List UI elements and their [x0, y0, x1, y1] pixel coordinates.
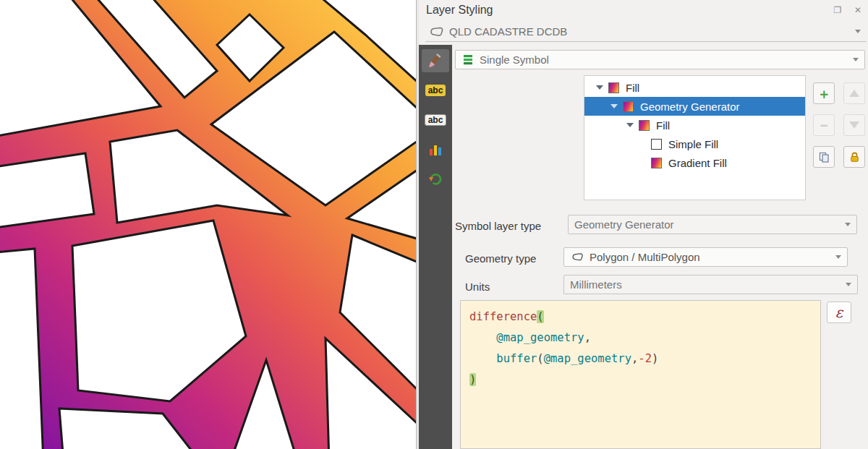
tree-item-label: Fill	[656, 119, 670, 132]
units-label: Units	[465, 281, 490, 293]
add-symbol-layer-button[interactable]: ＋	[813, 82, 835, 104]
units-value: Millimeters	[570, 278, 622, 291]
move-up-button[interactable]	[843, 82, 865, 104]
indent-token	[469, 331, 496, 344]
duplicate-symbol-layer-button[interactable]	[813, 146, 835, 168]
close-button[interactable]: ✕	[852, 4, 864, 16]
tree-item-fill-sub[interactable]: Fill	[584, 116, 805, 134]
polygon-layer-icon	[428, 25, 444, 38]
single-symbol-icon	[461, 54, 475, 67]
geometry-type-label: Geometry type	[465, 252, 536, 265]
symbol-swatch	[608, 82, 619, 93]
chevron-down-icon	[853, 58, 859, 61]
polygon-geometry-icon	[570, 252, 584, 262]
geometry-type-select[interactable]: Polygon / MultiPolygon	[563, 247, 848, 267]
paren-token: )	[652, 352, 658, 365]
symbol-swatch	[651, 158, 662, 168]
code-line: @map_geometry,	[469, 328, 812, 348]
indent-token	[469, 352, 496, 365]
geometry-type-value: Polygon / MultiPolygon	[590, 251, 700, 263]
tree-item-label: Fill	[626, 82, 639, 94]
diagram-icon	[427, 142, 443, 158]
tree-item-gradient-fill[interactable]: Gradient Fill	[584, 153, 805, 172]
layer-selector-value: QLD CADASTRE DCDB	[449, 25, 567, 38]
tree-item-geometry-generator[interactable]: Geometry Generator	[584, 97, 805, 116]
tab-labels[interactable]: abc	[422, 79, 449, 102]
history-icon	[427, 171, 443, 187]
arrow-up-icon	[849, 90, 859, 97]
comma-token: ,	[584, 331, 591, 344]
variable-token: @map_geometry	[544, 352, 631, 365]
symbol-tree: Fill Geometry Generator Fill Simple Fill…	[584, 75, 806, 200]
renderer-selector-value: Single Symbol	[480, 54, 549, 66]
panel-window-buttons: ❐ ✕	[832, 4, 864, 16]
tab-masks[interactable]: abc	[422, 108, 449, 132]
number-token: -2	[638, 352, 652, 365]
comma-token: ,	[631, 352, 638, 365]
symbol-layer-type-select[interactable]: Geometry Generator	[568, 215, 857, 234]
collapse-arrow-icon[interactable]	[626, 123, 634, 127]
code-line: )	[469, 369, 812, 390]
variable-token: @map_geometry	[496, 331, 584, 344]
symbol-swatch	[651, 139, 662, 150]
tab-symbology[interactable]	[422, 49, 449, 72]
tab-diagrams[interactable]	[422, 138, 449, 161]
tree-item-simple-fill[interactable]: Simple Fill	[584, 134, 805, 153]
tree-item-label: Geometry Generator	[640, 101, 740, 113]
mask-icon: abc	[425, 114, 447, 126]
paintbrush-icon	[427, 52, 444, 69]
renderer-selector[interactable]: Single Symbol	[455, 50, 865, 69]
collapse-arrow-icon[interactable]	[610, 104, 618, 108]
function-token: buffer	[496, 352, 537, 365]
function-token: difference	[469, 310, 537, 323]
move-down-button[interactable]	[843, 114, 865, 136]
collapse-arrow-icon[interactable]	[596, 85, 603, 90]
styling-tabstrip: abc abc	[419, 45, 452, 449]
paren-highlight-token: (	[537, 310, 543, 323]
units-select[interactable]: Millimeters	[563, 275, 858, 294]
cadastre-map-svg	[0, 0, 416, 449]
panel-title: Layer Styling	[426, 4, 493, 17]
paren-token: (	[537, 352, 543, 365]
code-line: difference(	[469, 307, 812, 328]
tree-item-fill-root[interactable]: Fill	[584, 78, 805, 97]
qgis-window: Layer Styling ❐ ✕ QLD CADASTRE DCDB abc …	[0, 0, 868, 449]
symbol-layer-type-label: Symbol layer type	[455, 220, 541, 232]
symbol-layer-type-value: Geometry Generator	[574, 218, 674, 231]
code-line: buffer(@map_geometry,-2)	[469, 348, 812, 369]
symbol-swatch	[639, 120, 650, 131]
layer-selector[interactable]: QLD CADASTRE DCDB	[425, 22, 867, 42]
minus-icon: −	[820, 119, 827, 132]
symbol-swatch	[623, 101, 634, 112]
lock-icon	[848, 151, 861, 163]
undock-button[interactable]: ❐	[832, 4, 843, 16]
map-canvas[interactable]	[0, 0, 416, 449]
labels-icon: abc	[425, 85, 446, 96]
arrow-down-icon	[849, 121, 859, 129]
chevron-down-icon	[846, 283, 851, 286]
plus-icon: ＋	[817, 87, 831, 101]
chevron-down-icon	[855, 30, 861, 33]
expression-builder-button[interactable]: ε	[827, 302, 851, 323]
cadastre-parcel	[0, 249, 43, 449]
expression-editor[interactable]: difference( @map_geometry, buffer(@map_g…	[460, 300, 821, 449]
paren-highlight-token: )	[469, 373, 476, 386]
tab-history[interactable]	[422, 168, 449, 191]
tree-item-label: Gradient Fill	[668, 157, 727, 169]
chevron-down-icon	[835, 255, 841, 259]
lock-color-button[interactable]	[843, 146, 865, 168]
chevron-down-icon	[845, 223, 851, 226]
remove-symbol-layer-button[interactable]: −	[813, 114, 835, 136]
duplicate-icon	[818, 151, 830, 163]
tree-item-label: Simple Fill	[668, 138, 718, 150]
